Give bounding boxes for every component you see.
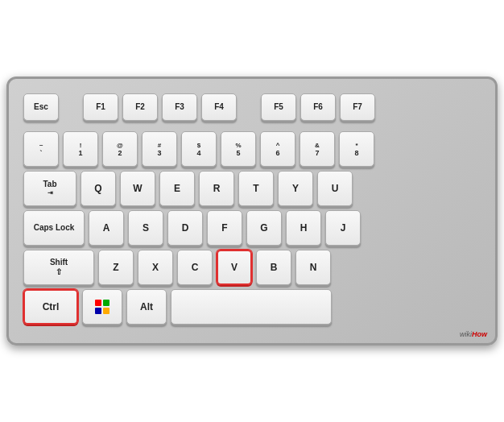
key-n[interactable]: N: [295, 250, 331, 285]
key-f5[interactable]: F5: [261, 93, 296, 121]
key-tilde[interactable]: ~ `: [23, 131, 59, 167]
key-win[interactable]: [82, 289, 122, 325]
key-esc[interactable]: Esc: [23, 93, 59, 121]
key-4[interactable]: $ 4: [181, 131, 217, 167]
key-d[interactable]: D: [167, 210, 203, 246]
key-7[interactable]: & 7: [300, 131, 335, 167]
bottom-key-row: Ctrl Alt: [23, 289, 481, 325]
key-u[interactable]: U: [317, 171, 353, 206]
key-6[interactable]: ^ 6: [260, 131, 295, 167]
key-g[interactable]: G: [246, 210, 282, 246]
number-key-row: ~ ` ! 1 @ 2 # 3 $ 4 % 5 ^ 6 & 7: [23, 131, 481, 167]
key-5[interactable]: % 5: [221, 131, 256, 167]
key-t[interactable]: T: [238, 171, 274, 206]
key-e[interactable]: E: [159, 171, 195, 206]
zxcv-key-row: Shift ⇧ Z X C V B N: [23, 250, 481, 285]
key-f6[interactable]: F6: [300, 93, 336, 121]
key-w[interactable]: W: [120, 171, 155, 206]
key-tab[interactable]: Tab ⇥: [23, 171, 76, 206]
key-f2[interactable]: F2: [122, 93, 158, 121]
key-s[interactable]: S: [128, 210, 163, 246]
key-space[interactable]: [171, 289, 332, 325]
key-f[interactable]: F: [207, 210, 242, 246]
key-c[interactable]: C: [177, 250, 213, 285]
key-ctrl[interactable]: Ctrl: [23, 289, 78, 325]
key-f4[interactable]: F4: [201, 93, 237, 121]
key-shift-left[interactable]: Shift ⇧: [23, 250, 94, 285]
key-a[interactable]: A: [89, 210, 124, 246]
key-f1[interactable]: F1: [83, 93, 118, 121]
key-1[interactable]: ! 1: [63, 131, 98, 167]
key-q[interactable]: Q: [81, 171, 116, 206]
key-j[interactable]: J: [325, 210, 361, 246]
key-b[interactable]: B: [256, 250, 291, 285]
key-alt[interactable]: Alt: [126, 289, 167, 325]
qwerty-key-row: Tab ⇥ Q W E R T Y U: [23, 171, 481, 206]
key-f7[interactable]: F7: [340, 93, 375, 121]
key-8[interactable]: * 8: [339, 131, 374, 167]
wikihow-watermark: wikiHow: [460, 330, 487, 338]
windows-icon: [95, 300, 109, 314]
key-3[interactable]: # 3: [142, 131, 177, 167]
asdf-key-row: Caps Lock A S D F G H J: [23, 210, 481, 246]
key-h[interactable]: H: [286, 210, 321, 246]
key-z[interactable]: Z: [98, 250, 134, 285]
key-y[interactable]: Y: [278, 171, 313, 206]
key-2[interactable]: @ 2: [102, 131, 138, 167]
key-f3[interactable]: F3: [162, 93, 197, 121]
key-r[interactable]: R: [199, 171, 234, 206]
key-v[interactable]: V: [217, 250, 252, 285]
key-capslock[interactable]: Caps Lock: [23, 210, 85, 246]
fn-key-row: Esc F1 F2 F3 F4 F5 F6 F7: [23, 93, 481, 121]
key-x[interactable]: X: [138, 250, 173, 285]
keyboard-diagram: Esc F1 F2 F3 F4 F5 F6 F7 ~ `: [6, 77, 498, 345]
